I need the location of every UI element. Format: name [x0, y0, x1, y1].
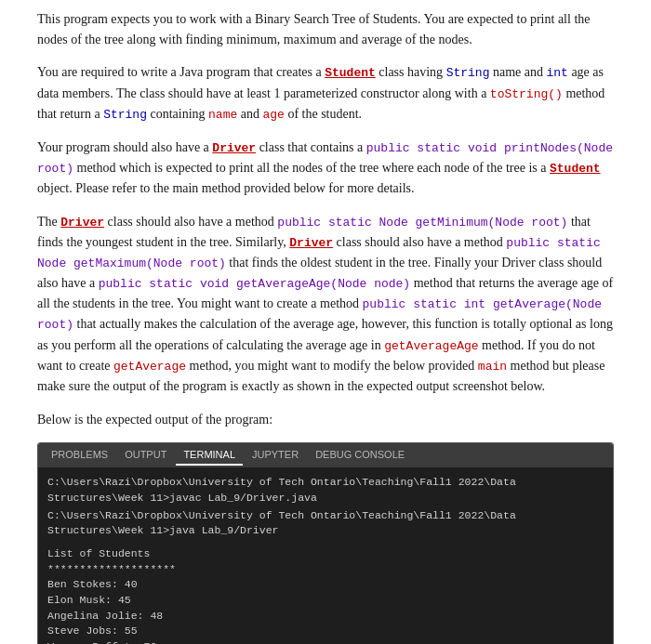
paragraph-5: Below is the expected output of the prog… [37, 410, 614, 430]
p2-name: name [208, 108, 237, 122]
terminal-body: C:\Users\Razi\Dropbox\University of Tech… [38, 467, 613, 644]
tab-debug-console[interactable]: DEBUG CONSOLE [308, 445, 412, 466]
paragraph-1: This program expects you to work with a … [37, 9, 614, 49]
terminal-output-line: Elon Musk: 45 [47, 593, 604, 609]
terminal-tab-bar: PROBLEMS OUTPUT TERMINAL JUPYTER DEBUG C… [38, 443, 613, 467]
paragraph-2: You are required to write a Java program… [37, 62, 614, 124]
p2-text1: You are required to write a Java program… [37, 65, 325, 79]
p4-code5: getAverageAge [384, 339, 478, 353]
terminal-cmd1: C:\Users\Razi\Dropbox\University of Tech… [47, 475, 604, 506]
paragraph-4: The Driver class should also have a meth… [37, 212, 614, 397]
p4-code1: public static Node getMinimum(Node root) [277, 216, 567, 230]
p2-end: of the student. [285, 107, 362, 121]
tab-problems[interactable]: PROBLEMS [44, 445, 115, 466]
terminal-output: List of Students********************Ben … [47, 546, 604, 644]
p4-code3: public static void getAverageAge(Node no… [99, 277, 410, 291]
paragraph-1-text: This program expects you to work with a … [37, 12, 591, 46]
p4-driver2: Driver [289, 236, 333, 250]
terminal-output-line: ******************** [47, 562, 604, 578]
p3-text1: Your program should also have a [37, 140, 212, 154]
tab-output[interactable]: OUTPUT [117, 445, 174, 466]
p2-student-class: Student [325, 66, 376, 80]
p4-text9: method, you might want to modify the bel… [186, 359, 478, 373]
p3-text2: class that contains a [256, 140, 366, 154]
terminal-window: PROBLEMS OUTPUT TERMINAL JUPYTER DEBUG C… [37, 442, 614, 644]
p2-and: and [237, 107, 262, 121]
p2-string2: String [103, 108, 147, 122]
tab-terminal[interactable]: TERMINAL [176, 445, 243, 466]
terminal-output-line: Angelina Jolie: 48 [47, 609, 604, 624]
p2-tostring: toString() [490, 87, 563, 101]
p4-driver1: Driver [60, 216, 104, 230]
p2-text2: class having [376, 65, 446, 79]
p2-text6: containing [147, 107, 208, 121]
p3-driver-class: Driver [212, 141, 256, 155]
p5-text: Below is the expected output of the prog… [37, 413, 272, 427]
tab-jupyter[interactable]: JUPYTER [245, 445, 306, 466]
p2-age: age [263, 108, 285, 122]
terminal-output-line: List of Students [47, 546, 604, 562]
terminal-output-line: Ben Stokes: 40 [47, 577, 604, 593]
p4-code6: getAverage [113, 360, 186, 374]
p2-text3: name and [489, 65, 546, 79]
p4-code7: main [478, 360, 507, 374]
p2-string-type: String [446, 66, 490, 80]
terminal-cmd2: C:\Users\Razi\Dropbox\University of Tech… [47, 508, 604, 539]
p3-text3: method which is expected to print all th… [73, 161, 550, 175]
terminal-output-line: Steve Jobs: 55 [47, 624, 604, 639]
p4-text1: The [37, 215, 60, 229]
p4-text4: class should also have a method [333, 235, 506, 249]
p3-student2: Student [550, 162, 601, 176]
terminal-output-line: Warren Buffet: 72 [47, 639, 604, 644]
p2-int-type: int [546, 66, 567, 80]
p4-text2: class should also have a method [104, 215, 277, 229]
p3-end: object. Please refer to the main method … [37, 181, 414, 195]
paragraph-3: Your program should also have a Driver c… [37, 138, 614, 199]
